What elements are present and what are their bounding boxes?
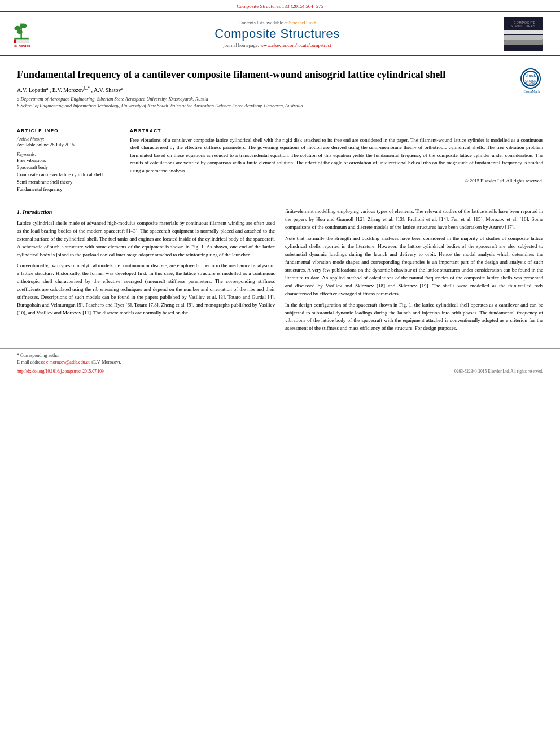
intro-para-1: Lattice cylindrical shells made of advan… <box>17 220 275 259</box>
journal-homepage: journal homepage: www.elsevier.com/locat… <box>51 42 504 48</box>
footer-bottom: http://dx.doi.org/10.1016/j.compstruct.2… <box>17 369 543 374</box>
abstract-text: Free vibrations of a cantilever composit… <box>130 137 543 175</box>
section-title: Introduction <box>23 209 52 215</box>
crossmark-svg: check CROSS MARK <box>522 70 539 87</box>
svg-point-2 <box>14 25 21 30</box>
footer-issn: 0263-8223/© 2015 Elsevier Ltd. All right… <box>454 369 543 374</box>
journal-center-info: Contents lists available at ScienceDirec… <box>51 20 504 48</box>
svg-text:MARK: MARK <box>526 82 535 85</box>
article-history: Article history: Available online 28 Jul… <box>17 137 119 147</box>
email-person: (E.V. Morozov). <box>91 360 121 365</box>
keyword-3: Composite cantilever lattice cylindrical… <box>17 171 119 178</box>
right-para-1: finite-element modelling employing vario… <box>285 208 543 231</box>
keywords-section: Keywords: Free vibrations Spacecraft bod… <box>17 152 119 193</box>
elsevier-logo-area: ELSEVIER <box>11 19 51 50</box>
paper-title-section: Fundamental frequency of a cantilever co… <box>17 62 543 114</box>
article-info-panel: ARTICLE INFO Article history: Available … <box>17 128 119 193</box>
svg-rect-6 <box>14 39 16 43</box>
footnote-corresponding: * Corresponding author. <box>17 352 543 359</box>
corresponding-label: * Corresponding author. <box>17 353 61 358</box>
section1-heading: 1. Introduction <box>17 208 275 217</box>
email-address[interactable]: e.morozov@adfa.edu.au <box>46 360 90 365</box>
contents-line: Contents lists available at ScienceDirec… <box>51 20 504 25</box>
crossmark-area: check CROSS MARK CrossMark <box>520 68 543 93</box>
article-info-abstract-section: ARTICLE INFO Article history: Available … <box>17 124 543 198</box>
copyright-line: © 2015 Elsevier Ltd. All rights reserved… <box>130 178 543 184</box>
homepage-label: journal homepage: <box>223 42 259 48</box>
affiliation-b: b School of Engineering and Information … <box>17 103 515 110</box>
journal-reference: Composite Structures 133 (2015) 564–575 <box>0 0 560 11</box>
abstract-panel: ABSTRACT Free vibrations of a cantilever… <box>130 128 543 193</box>
abstract-title: ABSTRACT <box>130 128 543 133</box>
email-label: E-mail address: <box>17 360 45 365</box>
right-para-3: In the design configuration of the space… <box>285 302 543 333</box>
journal-logo-right: COMPOSITESTRUCTURES <box>504 17 549 51</box>
paper-title: Fundamental frequency of a cantilever co… <box>17 68 515 81</box>
author-a-name: A.V. Lopatin <box>17 88 46 94</box>
author-c-name: , A.V. Shatov <box>91 88 121 94</box>
sciencedirect-link[interactable]: ScienceDirect <box>289 20 316 25</box>
logo-text: COMPOSITESTRUCTURES <box>511 21 536 28</box>
crossmark-label: CrossMark <box>520 89 543 93</box>
two-col-body: 1. Introduction Lattice cylindrical shel… <box>17 202 543 336</box>
affiliations: a Department of Aerospace Engineering, S… <box>17 96 515 110</box>
article-info-title: ARTICLE INFO <box>17 128 119 133</box>
footnote-email: E-mail address: e.morozov@adfa.edu.au (E… <box>17 359 543 365</box>
title-divider <box>17 119 543 119</box>
keyword-1: Free vibrations <box>17 157 119 164</box>
author-b-sup: b,* <box>84 86 90 91</box>
contents-text: Contents lists available at <box>239 20 288 25</box>
section-number: 1. <box>17 209 21 215</box>
author-a-sup: a <box>46 86 49 91</box>
footer-section: * Corresponding author. E-mail address: … <box>0 348 560 373</box>
svg-text:check: check <box>526 73 536 77</box>
keyword-5: Fundamental frequency <box>17 186 119 193</box>
crossmark-icon: check CROSS MARK <box>520 68 541 89</box>
svg-point-4 <box>17 30 23 34</box>
right-column: finite-element modelling employing vario… <box>285 208 543 336</box>
elsevier-logo-svg: ELSEVIER <box>11 19 51 50</box>
main-content: Fundamental frequency of a cantilever co… <box>0 56 560 342</box>
journal-ref-text: Composite Structures 133 (2015) 564–575 <box>237 3 323 9</box>
history-label: Article history: <box>17 137 119 142</box>
homepage-url[interactable]: www.elsevier.com/locate/compstruct <box>260 42 331 48</box>
author-c-sup: a <box>121 86 123 91</box>
right-para-2: Note that normally the strength and buck… <box>285 235 543 298</box>
journal-title: Composite Structures <box>51 27 504 41</box>
available-online: Available online 28 July 2015 <box>17 142 119 147</box>
composite-structures-logo: COMPOSITESTRUCTURES <box>504 17 543 51</box>
keyword-4: Semi-membrane shell theory <box>17 178 119 186</box>
journal-header: ELSEVIER Contents lists available at Sci… <box>0 11 560 56</box>
svg-point-3 <box>20 23 27 28</box>
svg-text:ELSEVIER: ELSEVIER <box>14 44 31 47</box>
left-column: 1. Introduction Lattice cylindrical shel… <box>17 208 275 336</box>
logo-stripes <box>504 30 543 47</box>
paper-title-area: Fundamental frequency of a cantilever co… <box>17 68 515 110</box>
intro-para-2: Conventionally, two types of analytical … <box>17 262 275 317</box>
footer-doi[interactable]: http://dx.doi.org/10.1016/j.compstruct.2… <box>17 369 104 374</box>
authors-line: A.V. Lopatina , E.V. Morozovb,* , A.V. S… <box>17 86 515 93</box>
keyword-2: Spacecraft body <box>17 164 119 171</box>
keywords-label: Keywords: <box>17 152 119 157</box>
author-b-name: , E.V. Morozov <box>50 88 84 94</box>
svg-rect-5 <box>14 39 29 43</box>
affiliation-a: a Department of Aerospace Engineering, S… <box>17 96 515 103</box>
